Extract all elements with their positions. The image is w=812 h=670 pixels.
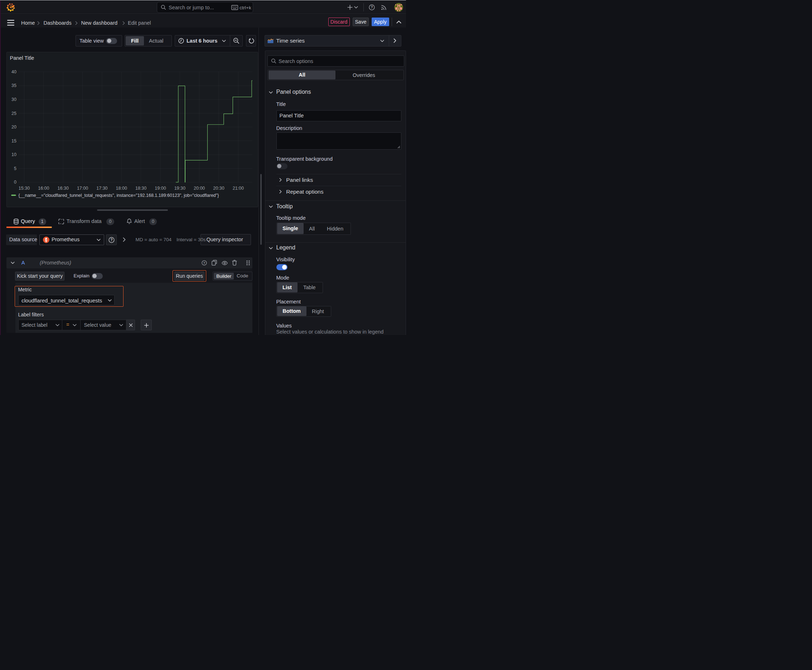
svg-text:19:00: 19:00 (155, 185, 166, 190)
svg-text:0: 0 (14, 180, 17, 185)
svg-text:16:00: 16:00 (38, 185, 49, 190)
svg-text:?: ? (110, 238, 112, 242)
svg-text:30: 30 (12, 97, 17, 102)
svg-text:16:30: 16:30 (58, 185, 69, 190)
svg-text:25: 25 (12, 111, 17, 116)
svg-text:40: 40 (12, 69, 17, 74)
svg-text:15:30: 15:30 (19, 185, 30, 190)
svg-text:{__name__="cloudflared_tunnel_: {__name__="cloudflared_tunnel_total_requ… (18, 193, 219, 198)
svg-text:17:30: 17:30 (96, 185, 107, 190)
svg-text:15: 15 (12, 138, 17, 143)
svg-text:?: ? (371, 5, 373, 9)
svg-text:10: 10 (12, 152, 17, 157)
svg-text:35: 35 (12, 83, 17, 88)
svg-text:18:30: 18:30 (135, 185, 146, 190)
svg-text:5: 5 (14, 166, 17, 171)
svg-text:20: 20 (12, 125, 17, 130)
svg-text:19:30: 19:30 (175, 185, 185, 190)
svg-text:21:00: 21:00 (233, 185, 244, 190)
svg-text:?: ? (203, 261, 205, 265)
svg-text:18:00: 18:00 (116, 185, 127, 190)
svg-text:17:00: 17:00 (77, 185, 88, 190)
svg-text:20:00: 20:00 (194, 185, 205, 190)
svg-text:20:30: 20:30 (213, 185, 224, 190)
